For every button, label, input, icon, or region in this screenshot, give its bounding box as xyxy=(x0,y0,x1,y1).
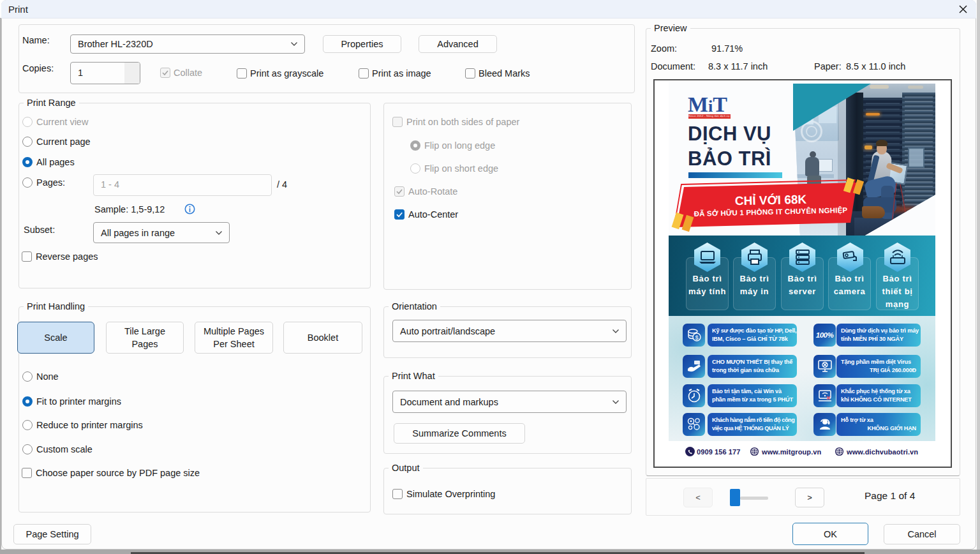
svg-text:$: $ xyxy=(695,334,698,341)
